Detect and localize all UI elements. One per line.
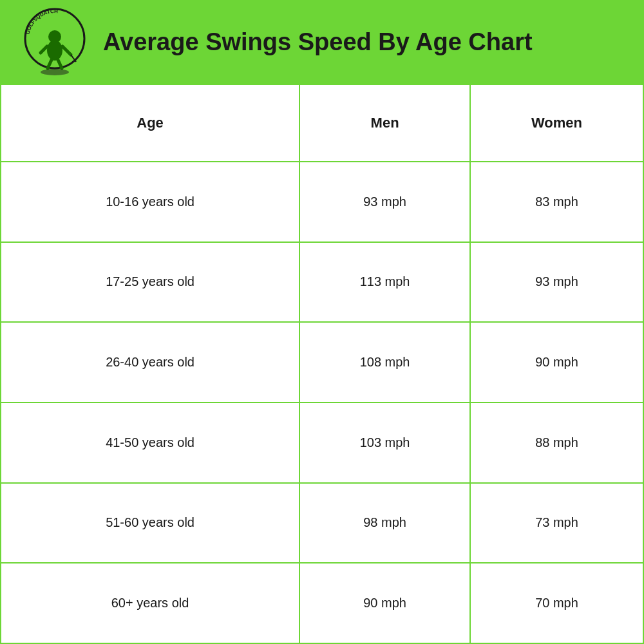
svg-point-3 [48,30,61,43]
cell-men: 90 mph [299,563,470,643]
header: GOLFSQUATCH Average Sw [0,0,644,84]
table-row: 60+ years old90 mph70 mph [1,563,643,643]
table-header-row: Age Men Women [1,84,643,162]
page-title: Average Swings Speed By Age Chart [103,28,533,56]
cell-women: 90 mph [470,322,643,402]
table-row: 17-25 years old113 mph93 mph [1,242,643,323]
cell-age: 60+ years old [1,563,299,643]
cell-women: 93 mph [470,242,643,323]
table-row: 51-60 years old98 mph73 mph [1,483,643,564]
table-row: 26-40 years old108 mph90 mph [1,322,643,402]
col-header-age: Age [1,84,299,162]
cell-men: 113 mph [299,242,470,323]
svg-line-7 [48,60,52,68]
cell-men: 98 mph [299,483,470,564]
data-table: Age Men Women 10-16 years old93 mph83 mp… [0,84,644,644]
table-container: Age Men Women 10-16 years old93 mph83 mp… [0,84,644,644]
col-header-men: Men [299,84,470,162]
cell-age: 41-50 years old [1,402,299,483]
cell-age: 26-40 years old [1,322,299,402]
logo-container: GOLFSQUATCH [19,6,90,77]
logo-icon: GOLFSQUATCH [19,6,90,77]
app: GOLFSQUATCH Average Sw [0,0,644,644]
cell-women: 88 mph [470,402,643,483]
table-body: 10-16 years old93 mph83 mph17-25 years o… [1,162,643,643]
cell-age: 10-16 years old [1,162,299,242]
svg-point-9 [41,69,69,75]
svg-line-4 [41,46,47,53]
cell-men: 93 mph [299,162,470,242]
cell-men: 103 mph [299,402,470,483]
cell-women: 70 mph [470,563,643,643]
table-row: 10-16 years old93 mph83 mph [1,162,643,242]
col-header-women: Women [470,84,643,162]
table-row: 41-50 years old103 mph88 mph [1,402,643,483]
svg-line-5 [62,46,71,55]
cell-age: 17-25 years old [1,242,299,323]
svg-line-8 [58,60,62,68]
cell-women: 83 mph [470,162,643,242]
cell-women: 73 mph [470,483,643,564]
cell-age: 51-60 years old [1,483,299,564]
cell-men: 108 mph [299,322,470,402]
